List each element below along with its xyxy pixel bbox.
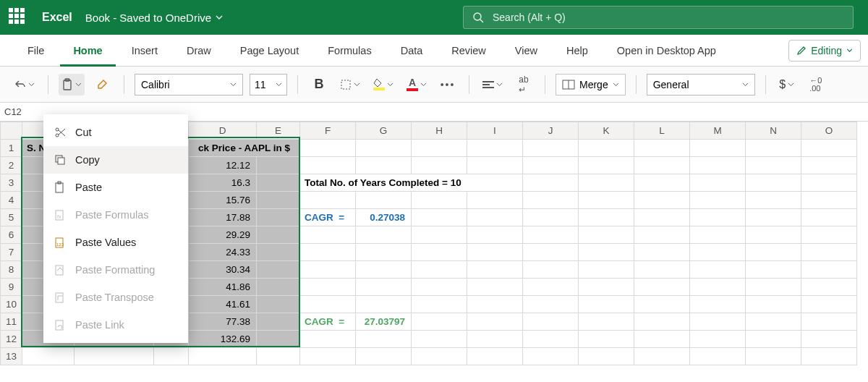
cell[interactable]	[412, 313, 467, 331]
cell[interactable]	[579, 313, 634, 331]
search-input[interactable]: Search (Alt + Q)	[463, 6, 854, 29]
cell[interactable]	[412, 261, 467, 279]
row-header[interactable]: 10	[1, 296, 22, 313]
ctx-copy[interactable]: Copy	[43, 146, 188, 174]
more-font-button[interactable]: •••	[437, 74, 459, 96]
cell[interactable]	[300, 331, 356, 348]
cell[interactable]	[634, 261, 690, 279]
cell[interactable]	[523, 174, 579, 192]
cell[interactable]	[356, 261, 412, 279]
cell[interactable]: 12.12	[189, 157, 257, 174]
merge-button[interactable]: Merge	[556, 74, 626, 96]
cell[interactable]	[412, 226, 467, 244]
cell[interactable]	[579, 348, 634, 365]
cell[interactable]	[801, 244, 857, 261]
cell[interactable]	[523, 157, 579, 174]
cell[interactable]	[634, 157, 690, 174]
col-header[interactable]: G	[356, 122, 412, 140]
cell[interactable]: 41.61	[189, 296, 257, 313]
row-header[interactable]: 5	[1, 209, 22, 226]
cell[interactable]	[523, 226, 579, 244]
cell[interactable]	[300, 157, 356, 174]
cell[interactable]	[257, 331, 300, 348]
cell[interactable]	[579, 296, 634, 313]
cell[interactable]	[579, 279, 634, 296]
tab-page-layout[interactable]: Page Layout	[227, 35, 312, 67]
cell[interactable]	[746, 348, 801, 365]
cell[interactable]	[467, 331, 523, 348]
col-header[interactable]: M	[690, 122, 746, 140]
cell[interactable]	[634, 279, 690, 296]
cell[interactable]	[523, 279, 579, 296]
row-header[interactable]: 9	[1, 279, 22, 296]
cell[interactable]	[356, 140, 412, 157]
cell[interactable]	[523, 261, 579, 279]
cell[interactable]: ck Price - AAPL in $	[189, 140, 300, 157]
cell[interactable]	[412, 348, 467, 365]
cell[interactable]	[801, 279, 857, 296]
cell[interactable]	[690, 296, 746, 313]
cell[interactable]	[467, 261, 523, 279]
document-title[interactable]: Book - Saved to OneDrive	[85, 12, 223, 24]
cell[interactable]	[257, 244, 300, 261]
cell[interactable]	[75, 348, 154, 365]
cell[interactable]	[257, 174, 300, 192]
row-header[interactable]: 7	[1, 244, 22, 261]
cell[interactable]	[634, 226, 690, 244]
cell[interactable]	[356, 331, 412, 348]
cell[interactable]	[300, 226, 356, 244]
cell[interactable]	[690, 226, 746, 244]
cell[interactable]	[690, 140, 746, 157]
col-header[interactable]: H	[412, 122, 467, 140]
cell[interactable]	[690, 244, 746, 261]
cell[interactable]: 15.76	[189, 192, 257, 209]
cell[interactable]	[257, 313, 300, 331]
ctx-cut[interactable]: Cut	[43, 119, 188, 146]
col-header[interactable]: K	[579, 122, 634, 140]
cell[interactable]	[257, 261, 300, 279]
col-header[interactable]: O	[801, 122, 857, 140]
cell[interactable]	[523, 140, 579, 157]
cell[interactable]	[356, 279, 412, 296]
cell[interactable]	[467, 140, 523, 157]
cell[interactable]	[300, 279, 356, 296]
cell[interactable]: 0.27038	[356, 209, 412, 226]
cell[interactable]	[579, 174, 634, 192]
font-color-button[interactable]: A	[404, 74, 430, 96]
row-header[interactable]: 8	[1, 261, 22, 279]
cell[interactable]	[467, 244, 523, 261]
cell[interactable]	[356, 296, 412, 313]
cell[interactable]	[634, 296, 690, 313]
cell[interactable]	[801, 226, 857, 244]
col-header[interactable]: N	[746, 122, 801, 140]
cell[interactable]	[690, 174, 746, 192]
cell[interactable]	[579, 157, 634, 174]
cell[interactable]	[412, 192, 467, 209]
cell[interactable]: 17.88	[189, 209, 257, 226]
cell[interactable]	[523, 296, 579, 313]
cell[interactable]	[801, 140, 857, 157]
cell[interactable]	[257, 209, 300, 226]
row-header[interactable]: 3	[1, 174, 22, 192]
cell[interactable]	[467, 192, 523, 209]
cell[interactable]	[690, 313, 746, 331]
cell[interactable]	[356, 157, 412, 174]
cell[interactable]	[300, 296, 356, 313]
col-header[interactable]: D	[189, 122, 257, 140]
cell[interactable]	[801, 296, 857, 313]
cell[interactable]	[801, 157, 857, 174]
cell[interactable]	[746, 209, 801, 226]
cell[interactable]	[257, 157, 300, 174]
row-header[interactable]: 13	[1, 348, 22, 365]
cell[interactable]	[746, 192, 801, 209]
row-header[interactable]: 1	[1, 140, 22, 157]
cell[interactable]	[356, 226, 412, 244]
cell[interactable]	[412, 140, 467, 157]
col-header[interactable]: J	[523, 122, 579, 140]
wrap-text-button[interactable]: ab↵	[513, 74, 535, 96]
ctx-paste[interactable]: Paste	[43, 174, 188, 201]
cell[interactable]	[579, 331, 634, 348]
cell[interactable]	[412, 157, 467, 174]
cell[interactable]: 30.34	[189, 261, 257, 279]
font-size-select[interactable]: 11	[250, 74, 287, 96]
